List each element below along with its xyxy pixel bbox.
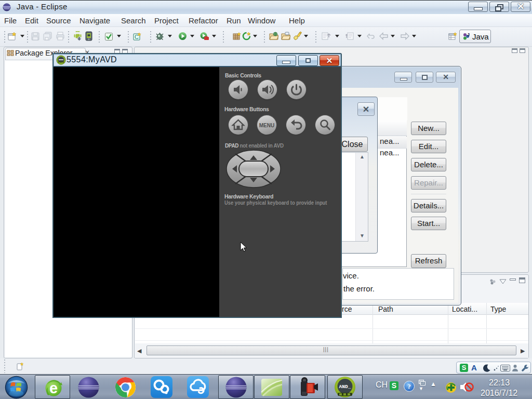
svg-text:J: J xyxy=(467,32,470,37)
svg-text:e: e xyxy=(49,380,58,396)
svg-text:AND_: AND_ xyxy=(339,384,351,390)
svg-text:C: C xyxy=(135,34,139,40)
svg-text:MENU: MENU xyxy=(259,123,274,128)
svg-text:?: ? xyxy=(407,382,411,390)
